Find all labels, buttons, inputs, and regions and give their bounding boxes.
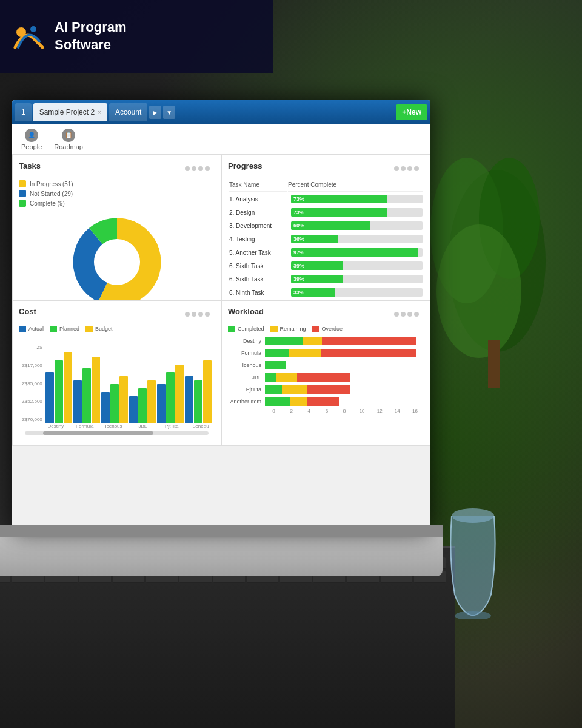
workload-title: Workload <box>228 307 264 316</box>
wl-legend-overdue: Overdue <box>312 326 343 332</box>
cost-title: Cost <box>19 307 36 316</box>
task-name-cell: 6. Ninth Task <box>229 286 287 298</box>
cost-panel-icons <box>185 312 210 317</box>
nav-tab-account[interactable]: Account <box>109 103 147 121</box>
progress-pct-label: 36% <box>291 236 304 242</box>
workload-row: Destiny <box>228 337 424 345</box>
app-name-text: AI Program <box>55 19 127 35</box>
nav-arrow-left[interactable]: ▶ <box>149 106 161 119</box>
bar-group <box>101 376 128 423</box>
bar-group <box>185 360 212 423</box>
workload-panel: Workload Completed Remaining <box>221 300 430 446</box>
brand-name: AI Program Software <box>55 19 127 53</box>
workload-item-label: PjtTita <box>228 386 261 393</box>
bar-group <box>45 352 72 423</box>
wl-overdue-color <box>312 326 319 332</box>
wl-icon-dot-3 <box>407 312 412 317</box>
wl-remaining-label: Remaining <box>280 326 306 332</box>
progress-pct-label: 39% <box>291 263 304 269</box>
y-axis: Z$70,000 Z$52,500 Z$35,000 Z$17,500 Z$ <box>22 345 42 423</box>
actual-bar <box>101 392 110 423</box>
budget-bar <box>175 365 184 424</box>
wl-icon-dot-2 <box>401 312 406 317</box>
nav-bar: 1 Sample Project 2 × Account ▶ ▼ +New <box>12 100 430 124</box>
svg-point-5 <box>94 239 140 285</box>
progress-bar-cell: 60% <box>288 220 423 232</box>
people-nav-item[interactable]: 👤 People <box>21 129 42 150</box>
wl-overdue-bar <box>322 337 416 345</box>
progress-bar-cell: 39% <box>288 273 423 285</box>
wl-completed-bar <box>265 385 282 394</box>
nav-tab-1[interactable]: 1 <box>15 103 32 121</box>
progress-pct-label: 73% <box>291 209 304 215</box>
task-name-cell: 1. Analysis <box>229 193 287 205</box>
workload-bar-group <box>265 397 416 406</box>
table-row: 5. Another Task97% <box>229 246 423 258</box>
tasks-legend: In Progress (51) Not Started (29) Comple… <box>19 180 215 207</box>
tasks-title: Tasks <box>19 161 41 170</box>
progress-bar-cell: 33% <box>288 286 423 298</box>
workload-row: Another Item <box>228 397 424 406</box>
cost-scrollbar-thumb[interactable] <box>43 431 153 435</box>
tab1-label: 1 <box>21 108 25 116</box>
icon-dot-3 <box>198 166 203 171</box>
y-label-3: Z$35,000 <box>22 381 42 386</box>
x-axis-label: Icehous <box>100 423 128 429</box>
budget-bar <box>64 352 72 423</box>
legend-color-in-progress <box>19 180 26 187</box>
dashboard-grid: Tasks In Progress (51) Not Started (29) <box>12 155 430 446</box>
wl-remaining-bar <box>289 349 321 357</box>
table-row: 1. Analysis73% <box>229 193 423 205</box>
wl-x-label: 0 <box>265 408 283 414</box>
cost-bar-chart: Z$70,000 Z$52,500 Z$35,000 Z$17,500 Z$ <box>19 335 215 423</box>
table-row: 2. Design73% <box>229 206 423 218</box>
col-task-name: Task Name <box>229 181 287 192</box>
planned-bar <box>110 384 119 423</box>
x-axis-label: Formula <box>71 423 99 429</box>
close-tab-icon[interactable]: × <box>98 109 101 116</box>
actual-bar <box>73 380 82 424</box>
task-name-cell: 5. Another Task <box>229 246 287 258</box>
wl-overdue-bar <box>321 349 416 357</box>
wl-x-label: 10 <box>353 408 371 414</box>
cost-legend: Actual Planned Budget <box>19 326 215 332</box>
budget-color <box>85 326 93 332</box>
wl-x-label: 8 <box>335 408 353 414</box>
workload-item-label: Formula <box>228 350 261 356</box>
table-row: 3. Development60% <box>229 220 423 232</box>
table-row: 6. Ninth Task33% <box>229 286 423 298</box>
donut-chart-wrapper <box>19 212 215 300</box>
cost-scrollbar[interactable] <box>25 431 209 435</box>
planned-bar <box>194 380 202 424</box>
y-label-1: Z$70,000 <box>22 417 42 422</box>
app-logo <box>12 20 45 53</box>
nav-dropdown[interactable]: ▼ <box>163 106 175 119</box>
wl-x-label: 14 <box>389 408 406 414</box>
legend-not-started: Not Started (29) <box>19 190 215 197</box>
wl-x-label: 6 <box>318 408 335 414</box>
planned-bar <box>166 372 175 424</box>
actual-color <box>19 326 26 332</box>
icon-dot-2 <box>192 166 196 171</box>
new-button[interactable]: +New <box>396 104 427 120</box>
tasks-panel: Tasks In Progress (51) Not Started (29) <box>12 155 221 300</box>
people-icon: 👤 <box>25 129 38 142</box>
planned-bar <box>82 368 91 423</box>
wl-completed-color <box>228 326 235 332</box>
cost-icon-dot-4 <box>205 312 210 317</box>
workload-row: PjtTita <box>228 385 424 394</box>
cost-icon-dot-2 <box>192 312 196 317</box>
nav-tab-project[interactable]: Sample Project 2 × <box>33 103 107 121</box>
roadmap-nav-item[interactable]: 📋 Roadmap <box>54 129 83 150</box>
bar-group <box>129 380 156 424</box>
x-axis-label: PjtTita <box>158 423 186 429</box>
wl-legend-completed: Completed <box>228 326 264 332</box>
cost-icon-dot-1 <box>185 312 190 317</box>
x-axis-label: JBL <box>129 423 156 429</box>
cost-icon-dot-3 <box>198 312 203 317</box>
x-axis-label: Schedu <box>187 423 215 429</box>
actual-bar <box>185 376 193 423</box>
svg-point-1 <box>30 26 36 32</box>
wl-overdue-bar <box>297 373 350 382</box>
table-row: 4. Testing36% <box>229 233 423 245</box>
